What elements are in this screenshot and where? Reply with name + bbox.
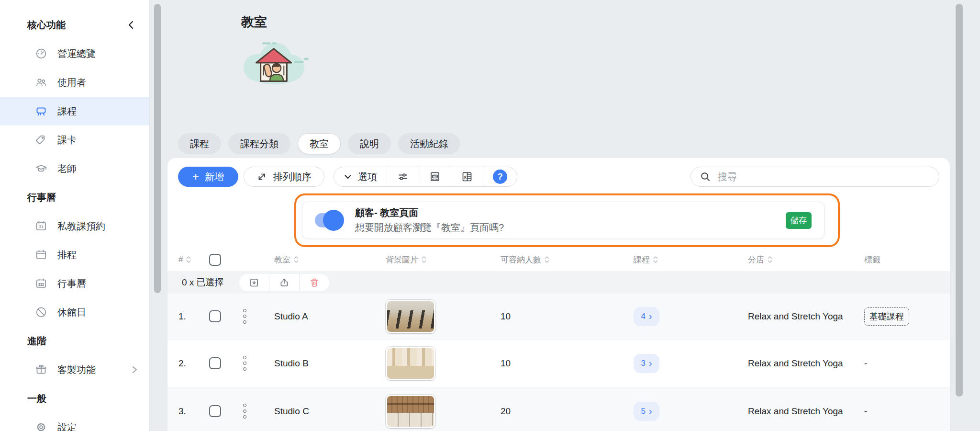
sidebar-item-users[interactable]: 使用者 xyxy=(0,68,149,97)
sidebar-item-settings[interactable]: 設定 xyxy=(0,413,149,431)
courses-cell: 5› xyxy=(630,402,745,421)
bulk-actions xyxy=(239,274,329,291)
sidebar-collapse-button[interactable] xyxy=(122,11,141,39)
delete-button[interactable] xyxy=(300,274,329,291)
page-scrollbar-thumb[interactable] xyxy=(956,4,963,397)
row-checkbox[interactable] xyxy=(209,357,221,369)
kebab-menu-icon[interactable] xyxy=(240,309,249,324)
sidebar-item-closed-days[interactable]: 休館日 xyxy=(0,298,149,327)
gift-icon xyxy=(34,363,48,376)
export-button[interactable] xyxy=(269,274,299,291)
sidebar-section-label: 行事曆 xyxy=(27,191,56,204)
sidebar: 核心功能 營運總覽 使用者 課程 xyxy=(0,0,150,431)
kebab-menu-icon[interactable] xyxy=(240,356,249,371)
csv-export-button[interactable]: CSV xyxy=(419,167,451,186)
column-label: 標籤 xyxy=(864,254,880,265)
tab-label: 教室 xyxy=(310,137,329,150)
main-area: 教室 課程 課程分類 教室 說明 活動紀錄 xyxy=(150,0,980,431)
row-checkbox[interactable] xyxy=(209,310,221,322)
users-icon xyxy=(34,76,48,89)
add-button-label: 新增 xyxy=(205,170,224,183)
row-checkbox[interactable] xyxy=(209,405,221,417)
sidebar-item-passes[interactable]: 課卡 xyxy=(0,125,149,154)
search-icon xyxy=(700,171,711,182)
row-checkbox-cell xyxy=(209,310,240,322)
sidebar-item-custom-features[interactable]: 客製功能 xyxy=(0,355,149,384)
select-all-checkbox[interactable] xyxy=(209,254,221,266)
column-header-branch[interactable]: 分店 xyxy=(745,254,864,265)
background-image-cell xyxy=(386,300,501,333)
svg-text:X: X xyxy=(464,175,467,180)
sort-order-button[interactable]: 排列順序 xyxy=(244,167,324,187)
highlight-outline: 顧客- 教室頁面 想要開放顧客瀏覽『教室』頁面嗎? 儲存 xyxy=(294,193,840,247)
classroom-thumbnail xyxy=(386,347,435,380)
column-header-classroom[interactable]: 教室 xyxy=(268,254,386,265)
sidebar-item-label: 營運總覽 xyxy=(57,47,96,60)
toggle-card-text: 顧客- 教室頁面 想要開放顧客瀏覽『教室』頁面嗎? xyxy=(355,206,504,234)
add-button[interactable]: + 新增 xyxy=(178,167,238,187)
inner-scrollbar-thumb[interactable] xyxy=(154,4,161,293)
tab-activity-log[interactable]: 活動紀錄 xyxy=(398,133,460,154)
tab-label: 活動紀錄 xyxy=(410,137,448,150)
archive-in-icon xyxy=(248,277,260,288)
branch-name: Relax and Stretch Yoga xyxy=(745,406,864,417)
column-label: 背景圖片 xyxy=(386,254,418,265)
sidebar-item-label: 排程 xyxy=(57,249,77,261)
help-button[interactable]: ? xyxy=(483,167,517,186)
search-input[interactable] xyxy=(717,171,930,183)
table-row[interactable]: 1. Studio A 10 4› Relax and Stretch Yoga… xyxy=(167,294,950,339)
customer-page-toggle-card: 顧客- 教室頁面 想要開放顧客瀏覽『教室』頁面嗎? 儲存 xyxy=(302,202,824,239)
save-button[interactable]: 儲存 xyxy=(786,212,812,229)
tab-course-categories[interactable]: 課程分類 xyxy=(228,133,290,154)
column-header-capacity[interactable]: 可容納人數 xyxy=(501,254,630,265)
options-button[interactable]: 選項 xyxy=(334,167,387,186)
sidebar-item-teachers[interactable]: 老師 xyxy=(0,154,149,183)
sidebar-section-label: 進階 xyxy=(27,335,46,348)
tags-cell: 基礎課程 xyxy=(864,307,950,326)
column-header-background-image[interactable]: 背景圖片 xyxy=(386,254,501,265)
search-box xyxy=(690,167,939,187)
background-image-cell xyxy=(386,395,501,428)
excel-export-button[interactable]: X xyxy=(451,167,483,186)
sidebar-item-label: 使用者 xyxy=(57,76,86,89)
filters-button[interactable] xyxy=(387,167,419,186)
branch-name: Relax and Stretch Yoga xyxy=(745,311,864,322)
course-count: 5 xyxy=(641,407,645,416)
sidebar-section-label: 核心功能 xyxy=(27,19,66,32)
calendar-31-icon: 31 xyxy=(34,219,48,233)
row-menu-cell xyxy=(240,309,268,324)
toolbar: + 新增 排列順序 選項 xyxy=(178,167,939,187)
column-label: 教室 xyxy=(274,254,290,265)
sort-icon xyxy=(545,256,549,263)
sidebar-item-label: 客製功能 xyxy=(57,363,96,376)
classroom-thumbnail xyxy=(386,395,435,428)
excel-export-icon: X xyxy=(461,170,473,183)
sidebar-item-calendar[interactable]: 行事曆 xyxy=(0,269,149,298)
gauge-icon xyxy=(34,47,48,60)
sidebar-item-private-booking[interactable]: 31 私教課預約 xyxy=(0,212,149,240)
sort-icon xyxy=(653,256,658,263)
column-header-index[interactable]: # xyxy=(178,255,209,264)
table-row[interactable]: 2. Studio B 10 3› Relax and Stretch Yoga… xyxy=(167,339,950,387)
calendar-icon xyxy=(34,248,48,261)
column-header-courses[interactable]: 課程 xyxy=(630,254,745,265)
course-count-pill[interactable]: 5› xyxy=(634,402,659,421)
kebab-menu-icon[interactable] xyxy=(240,404,249,419)
customer-page-toggle[interactable] xyxy=(315,213,343,227)
sidebar-item-overview[interactable]: 營運總覽 xyxy=(0,39,149,68)
archive-button[interactable] xyxy=(239,274,269,291)
classroom-name: Studio A xyxy=(268,311,386,322)
csv-export-icon: CSV xyxy=(429,170,441,183)
tab-description[interactable]: 說明 xyxy=(348,133,391,154)
tab-courses[interactable]: 課程 xyxy=(178,133,221,154)
course-count-pill[interactable]: 4› xyxy=(634,307,659,326)
sidebar-item-courses[interactable]: 課程 xyxy=(0,97,149,125)
page-title: 教室 xyxy=(241,13,267,31)
export-icon xyxy=(278,277,290,288)
tab-classrooms[interactable]: 教室 xyxy=(298,133,341,154)
toggle-knob xyxy=(323,210,344,231)
capacity-value: 10 xyxy=(501,358,630,369)
table-row[interactable]: 3. Studio C 20 5› Relax and Stretch Yoga… xyxy=(167,387,950,431)
course-count-pill[interactable]: 3› xyxy=(634,354,659,373)
sidebar-item-schedule[interactable]: 排程 xyxy=(0,240,149,269)
